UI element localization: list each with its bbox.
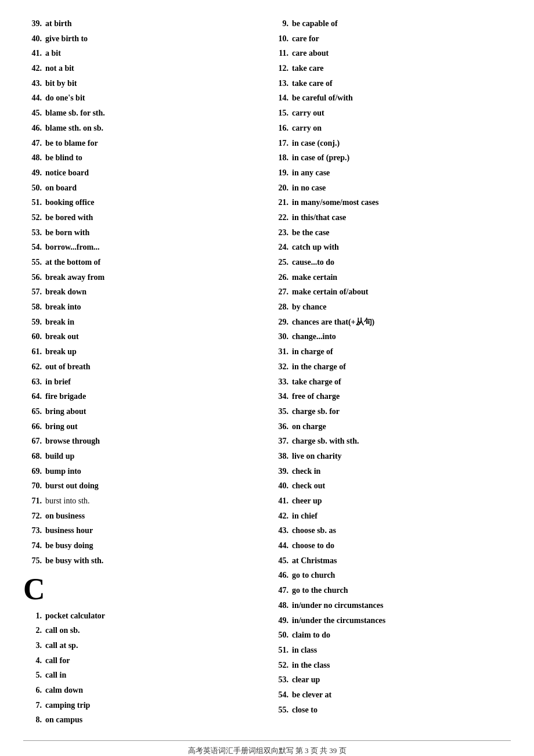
entry-phrase: notice board (45, 167, 89, 179)
entry-phrase: at the bottom of (45, 256, 100, 269)
list-item: 46.blame sth. on sb. (23, 122, 264, 135)
list-item: 41.cheer up (270, 495, 511, 507)
right-column: 9.be capable of10.care for11.care about1… (270, 17, 511, 729)
entry-number: 49. (270, 614, 292, 627)
list-item: 52.in the class (270, 659, 511, 672)
entry-number: 54. (270, 689, 292, 701)
entry-phrase: break out (45, 330, 79, 343)
list-item: 47.be to blame for (23, 137, 264, 150)
entry-number: 38. (270, 450, 292, 463)
entry-number: 5. (23, 669, 45, 682)
entry-number: 69. (23, 465, 45, 478)
list-item: 72.on business (23, 510, 264, 523)
entry-phrase: break in (45, 316, 74, 329)
entry-number: 15. (270, 107, 292, 120)
entry-phrase: make certain of/about (292, 286, 368, 298)
entry-number: 75. (23, 555, 45, 567)
list-item: 32.in the charge of (270, 361, 511, 373)
list-item: 42.not a bit (23, 62, 264, 75)
entry-number: 11. (270, 47, 292, 60)
entry-number: 12. (270, 62, 292, 75)
list-item: 47.go to the church (270, 584, 511, 597)
entry-phrase: burst into sth. (45, 495, 90, 507)
list-item: 10.care for (270, 33, 511, 45)
entry-number: 52. (270, 659, 292, 672)
list-item: 14.be careful of/with (270, 92, 511, 105)
entry-number: 54. (23, 241, 45, 254)
list-item: 51.in class (270, 644, 511, 657)
entry-number: 51. (23, 196, 45, 209)
entry-phrase: borrow...from... (45, 241, 100, 254)
entry-phrase: a bit (45, 47, 61, 60)
entry-number: 39. (23, 17, 45, 30)
list-item: 66.bring out (23, 420, 264, 433)
list-item: 50.claim to do (270, 629, 511, 642)
entry-number: 17. (270, 137, 292, 150)
list-item: 1.pocket calculator (23, 610, 264, 622)
entry-phrase: choose sb. as (292, 524, 336, 537)
entry-number: 67. (23, 435, 45, 448)
entry-phrase: clear up (292, 674, 320, 686)
list-item: 68.build up (23, 450, 264, 463)
list-item: 71.burst into sth. (23, 495, 264, 507)
entry-number: 42. (270, 510, 292, 523)
entry-number: 22. (270, 211, 292, 224)
entry-number: 41. (270, 495, 292, 507)
list-item: 48.in/under no circumstances (270, 599, 511, 612)
list-item: 53.clear up (270, 674, 511, 686)
list-item: 42.in chief (270, 510, 511, 523)
entry-number: 29. (270, 316, 292, 329)
entry-number: 47. (270, 584, 292, 597)
list-item: 65.bring about (23, 405, 264, 418)
list-item: 53.be born with (23, 226, 264, 239)
entry-phrase: by chance (292, 301, 327, 314)
list-item: 52.be bored with (23, 211, 264, 224)
entry-phrase: browse through (45, 435, 100, 448)
entry-phrase: catch up with (292, 241, 339, 254)
entry-number: 18. (270, 152, 292, 164)
list-item: 61.break up (23, 345, 264, 358)
entry-phrase: out of breath (45, 361, 91, 373)
entry-phrase: be busy doing (45, 539, 93, 552)
list-item: 19.in any case (270, 167, 511, 179)
list-item: 41.a bit (23, 47, 264, 60)
entry-number: 48. (270, 599, 292, 612)
entry-number: 44. (270, 539, 292, 552)
entry-number: 56. (23, 271, 45, 284)
entry-phrase: bring about (45, 405, 86, 418)
entry-phrase: care about (292, 47, 329, 60)
entry-number: 50. (23, 182, 45, 195)
entry-phrase: charge sb. for (292, 405, 340, 418)
entry-number: 21. (270, 196, 292, 209)
list-item: 4.call for (23, 654, 264, 667)
entry-number: 71. (23, 495, 45, 507)
entry-phrase: go to the church (292, 584, 348, 597)
entry-number: 72. (23, 510, 45, 523)
list-item: 13.take care of (270, 77, 511, 90)
entry-phrase: bit by bit (45, 77, 77, 90)
list-item: 7.camping trip (23, 699, 264, 712)
list-item: 54.be clever at (270, 689, 511, 701)
entry-phrase: care for (292, 33, 319, 45)
entry-number: 7. (23, 699, 45, 712)
entry-number: 48. (23, 152, 45, 164)
list-item: 44.do one's bit (23, 92, 264, 105)
list-item: 23.be the case (270, 226, 511, 239)
entry-phrase: check in (292, 465, 320, 478)
entry-number: 55. (23, 256, 45, 269)
entry-phrase: at Christmas (292, 555, 337, 567)
entry-number: 23. (270, 226, 292, 239)
entry-phrase: in case of (prep.) (292, 152, 349, 164)
list-item: 50.on board (23, 182, 264, 195)
entry-phrase: in the charge of (292, 361, 346, 373)
list-item: 62.out of breath (23, 361, 264, 373)
entry-number: 6. (23, 684, 45, 697)
entry-phrase: booking office (45, 196, 94, 209)
list-item: 29.chances are that(+从句) (270, 316, 511, 329)
entry-phrase: change...into (292, 330, 336, 343)
list-item: 21.in many/some/most cases (270, 196, 511, 209)
entry-phrase: charge sb. with sth. (292, 435, 359, 448)
entry-number: 58. (23, 301, 45, 314)
list-item: 36.on charge (270, 420, 511, 433)
entry-phrase: be born with (45, 226, 89, 239)
